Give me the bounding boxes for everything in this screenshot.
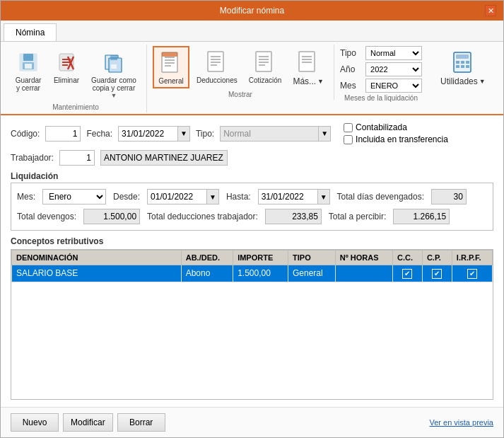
total-devengos-label: Total devengos: xyxy=(17,212,76,221)
mas-button[interactable]: Más...▼ xyxy=(288,46,328,89)
nuevo-button[interactable]: Nuevo xyxy=(11,413,59,432)
total-deducciones-label: Total deducciones trabajador: xyxy=(147,212,258,221)
cell-irpf: ✔ xyxy=(452,265,492,282)
svg-rect-36 xyxy=(456,61,459,64)
content-area: Código: Fecha: ▼ Tipo: ▼ Contabilizada I… xyxy=(1,115,503,407)
tipo-ribbon-label: Tipo xyxy=(340,48,361,58)
cotizacion-icon xyxy=(252,49,279,76)
cc-checkbox: ✔ xyxy=(402,269,412,279)
contabilizada-checkbox[interactable] xyxy=(344,123,353,132)
total-deducciones-input xyxy=(265,209,322,224)
incluida-label[interactable]: Incluida en transferencia xyxy=(344,134,448,144)
general-label: General xyxy=(158,77,184,85)
svg-rect-13 xyxy=(111,64,117,69)
tipo-label: Tipo: xyxy=(196,129,214,139)
utilidades-arrow: ▼ xyxy=(479,78,486,85)
deducciones-label: Deducciones xyxy=(197,76,238,84)
general-button[interactable]: General xyxy=(153,46,189,88)
hasta-label: Hasta: xyxy=(226,192,251,202)
liquidacion-title: Liquidación xyxy=(11,171,493,181)
utilidades-label: Utilidades▼ xyxy=(440,76,486,86)
mas-arrow: ▼ xyxy=(317,78,324,85)
liquidacion-group-label: Meses de la liquidación xyxy=(344,94,418,102)
guardar-copia-arrow: ▼ xyxy=(111,92,117,99)
preview-link[interactable]: Ver en vista previa xyxy=(430,418,494,427)
mes-select[interactable]: ENERO FEBRERO MARZO xyxy=(365,79,422,93)
hasta-dropdown-button[interactable]: ▼ xyxy=(318,189,330,204)
anyo-row: Año 2021 2022 2023 xyxy=(340,62,422,76)
col-denominacion: DENOMINACIÓN xyxy=(12,250,182,265)
cotizacion-button[interactable]: Cotización xyxy=(245,46,286,87)
col-importe: IMPORTE xyxy=(233,250,288,265)
irpf-checkbox: ✔ xyxy=(467,269,477,279)
save-copy-icon xyxy=(100,49,127,76)
tipo-dropdown-button[interactable]: ▼ xyxy=(319,126,331,142)
incluida-checkbox[interactable] xyxy=(344,135,353,144)
worker-row: Trabajador: xyxy=(11,150,493,166)
liquidacion-section: Liquidación Mes: Enero Febrero Desde: ▼ xyxy=(11,171,493,231)
cell-nhoras xyxy=(335,265,392,282)
ribbon-group-utilidades: Utilidades▼ . xyxy=(430,45,496,100)
contabilizada-label[interactable]: Contabilizada xyxy=(344,122,448,132)
ribbon: Guardar y cerrar Elimin xyxy=(1,42,503,115)
table-header-row: DENOMINACIÓN AB./DED. IMPORTE TIPO Nº HO… xyxy=(12,250,493,265)
svg-rect-37 xyxy=(461,61,464,64)
general-icon xyxy=(158,50,184,76)
desde-input[interactable] xyxy=(147,189,207,204)
tab-nomina[interactable]: Nómina xyxy=(4,23,57,41)
ribbon-group-liquidacion: Tipo Normal Extra Atraso Año 2021 2022 2… xyxy=(334,45,428,103)
mes-ribbon-label: Mes xyxy=(340,81,361,91)
cp-checkbox: ✔ xyxy=(432,269,442,279)
liquidacion-row2: Total devengos: Total deducciones trabaj… xyxy=(17,209,487,224)
liquidacion-row1: Mes: Enero Febrero Desde: ▼ Hasta: xyxy=(17,189,487,204)
borrar-button[interactable]: Borrar xyxy=(117,413,165,432)
mes-select-input[interactable]: Enero Febrero xyxy=(42,189,106,204)
desde-dropdown-button[interactable]: ▼ xyxy=(207,189,219,204)
guardar-cerrar-button[interactable]: Guardar y cerrar xyxy=(11,46,46,95)
modificar-button[interactable]: Modificar xyxy=(63,413,113,432)
svg-rect-38 xyxy=(466,61,469,64)
trabajador-label: Trabajador: xyxy=(11,153,54,163)
total-dias-input xyxy=(431,189,467,204)
col-ab-ded: AB./DED. xyxy=(181,250,233,265)
cotizacion-label: Cotización xyxy=(249,76,282,84)
total-devengos-input xyxy=(83,209,140,224)
col-nhoras: Nº HORAS xyxy=(335,250,392,265)
codigo-input[interactable] xyxy=(45,126,81,142)
conceptos-title: Conceptos retributivos xyxy=(11,236,493,246)
eliminar-button[interactable]: Eliminar xyxy=(49,46,84,87)
conceptos-section: Conceptos retributivos DENOMINACIÓN AB./… xyxy=(11,236,493,400)
table-row[interactable]: SALARIO BASE Abono 1.500,00 General ✔ ✔ xyxy=(12,265,493,282)
utilidades-button[interactable]: Utilidades▼ xyxy=(436,46,490,89)
hasta-input[interactable] xyxy=(258,189,318,204)
delete-icon xyxy=(53,49,80,76)
close-button[interactable]: ✕ xyxy=(485,5,496,16)
guardar-copia-button[interactable]: Guardar como copia y cerrar ▼ xyxy=(87,46,141,102)
mantenimiento-buttons: Guardar y cerrar Elimin xyxy=(11,46,141,102)
main-window: Modificar nómina ✕ Nómina xyxy=(0,0,504,438)
guardar-copia-label: Guardar como copia y cerrar xyxy=(91,76,136,92)
codigo-label: Código: xyxy=(11,129,40,139)
fecha-dropdown-button[interactable]: ▼ xyxy=(178,126,190,142)
fecha-input[interactable] xyxy=(118,126,178,142)
trabajador-code-input[interactable] xyxy=(59,150,95,166)
tipo-select[interactable]: Normal Extra Atraso xyxy=(365,46,422,60)
tipo-picker: ▼ xyxy=(220,126,331,142)
footer-buttons: Nuevo Modificar Borrar xyxy=(11,413,165,432)
svg-rect-20 xyxy=(208,52,223,71)
conceptos-table: DENOMINACIÓN AB./DED. IMPORTE TIPO Nº HO… xyxy=(11,249,493,400)
mes-row: Mes ENERO FEBRERO MARZO xyxy=(340,79,422,93)
anyo-select[interactable]: 2021 2022 2023 xyxy=(365,62,422,76)
liquidacion-box: Mes: Enero Febrero Desde: ▼ Hasta: xyxy=(11,183,493,231)
tipo-input xyxy=(220,126,319,142)
col-cc: C.C. xyxy=(392,250,422,265)
calc-icon xyxy=(450,49,476,76)
total-dias-label: Total días devengados: xyxy=(337,192,424,202)
mostrar-label: Mostrar xyxy=(228,91,252,98)
cell-cp: ✔ xyxy=(422,265,452,282)
title-bar: Modificar nómina ✕ xyxy=(1,1,503,21)
deducciones-button[interactable]: Deducciones xyxy=(192,46,242,87)
mas-icon xyxy=(295,49,322,76)
fecha-picker: ▼ xyxy=(118,126,190,142)
liquidacion-selects: Tipo Normal Extra Atraso Año 2021 2022 2… xyxy=(340,46,422,93)
